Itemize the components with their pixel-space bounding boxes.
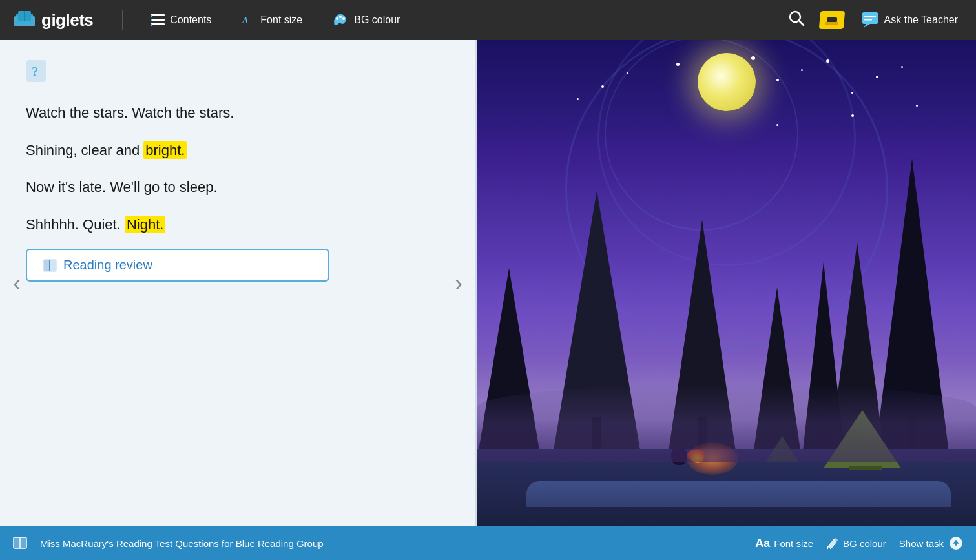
font-icon: A (241, 13, 255, 27)
palette-icon (332, 13, 349, 27)
svg-rect-16 (826, 17, 837, 23)
nav-item-bg-colour[interactable]: BG colour (327, 10, 405, 30)
reading-review-label: Reading review (63, 258, 152, 273)
svg-line-15 (799, 21, 804, 25)
water (526, 481, 951, 507)
search-icon (788, 10, 805, 26)
list-icon (151, 14, 165, 26)
left-panel: ‹ ? Watch the stars. Watch the stars. Sh… (0, 40, 477, 526)
reading-review-button[interactable]: Reading review (26, 249, 329, 282)
svg-rect-8 (151, 19, 152, 21)
next-arrow-button[interactable]: › (448, 264, 469, 304)
poem-line-3: Now it's late. We'll go to sleep. (26, 174, 450, 200)
highlight-button[interactable] (818, 11, 844, 29)
logo-icon (13, 11, 36, 29)
svg-point-13 (342, 17, 345, 20)
font-size-label: Font size (260, 14, 302, 26)
footer-title: Miss MacRuary's Reading Test Questions f… (40, 538, 742, 549)
svg-rect-6 (151, 23, 165, 25)
highlight-bright: bright. (143, 141, 187, 159)
footer-book-icon (13, 537, 27, 550)
poem-line-4: Shhhhh. Quiet. Night. (26, 212, 450, 238)
footer: Miss MacRuary's Reading Test Questions f… (0, 526, 976, 560)
header-divider (122, 10, 123, 30)
right-panel (477, 40, 976, 526)
svg-rect-9 (151, 24, 152, 26)
logo-area[interactable]: giglets (13, 10, 93, 30)
ask-teacher-label: Ask the Teacher (884, 14, 958, 26)
footer-show-task-label: Show task (899, 538, 944, 549)
night-scene-illustration (477, 40, 976, 526)
svg-rect-18 (862, 12, 878, 24)
highlight-night: Night. (125, 216, 165, 233)
svg-marker-19 (864, 24, 870, 28)
svg-rect-17 (825, 22, 838, 25)
ask-teacher-button[interactable]: Ask the Teacher (856, 8, 963, 32)
svg-text:?: ? (32, 65, 38, 79)
svg-text:A: A (242, 16, 248, 25)
svg-point-12 (339, 16, 342, 18)
svg-rect-5 (151, 19, 165, 21)
book-icon-blue (43, 258, 57, 273)
bg-colour-label: BG colour (354, 14, 400, 26)
footer-pencil-icon (826, 537, 839, 550)
poem-content: Watch the stars. Watch the stars. Shinin… (26, 100, 450, 237)
prev-arrow-button[interactable]: ‹ (6, 264, 27, 304)
footer-show-task-button[interactable]: Show task (899, 536, 963, 550)
svg-rect-4 (151, 14, 165, 16)
footer-bg-colour-label: BG colour (843, 538, 886, 549)
chat-icon (861, 12, 879, 28)
nav-item-contents[interactable]: Contents (145, 11, 216, 29)
footer-bg-colour-control[interactable]: BG colour (826, 537, 886, 550)
poem-line-1: Watch the stars. Watch the stars. (26, 100, 450, 126)
svg-rect-26 (44, 260, 50, 271)
nav-item-font-size[interactable]: A Font size (236, 10, 307, 30)
logo-text: giglets (41, 10, 93, 30)
svg-rect-7 (151, 15, 152, 17)
question-icon: ? (26, 59, 450, 87)
footer-controls: Aa Font size BG colour Show task (755, 536, 963, 550)
footer-aa-label: Aa (755, 537, 770, 550)
contents-label: Contents (170, 14, 211, 26)
upload-icon (949, 536, 963, 550)
moon (698, 53, 756, 111)
header: giglets Contents A Font size BG colour (0, 0, 976, 40)
footer-font-size-label: Font size (774, 538, 813, 549)
poem-line-2: Shining, clear and bright. (26, 138, 450, 163)
highlighter-icon (825, 15, 838, 25)
svg-line-29 (827, 546, 828, 549)
header-right: Ask the Teacher (785, 6, 963, 34)
svg-rect-21 (864, 19, 872, 21)
footer-font-size-control[interactable]: Aa Font size (755, 537, 813, 550)
svg-rect-20 (864, 16, 876, 17)
svg-point-11 (336, 17, 338, 20)
main-content: ‹ ? Watch the stars. Watch the stars. Sh… (0, 40, 976, 526)
search-button[interactable] (785, 6, 808, 34)
